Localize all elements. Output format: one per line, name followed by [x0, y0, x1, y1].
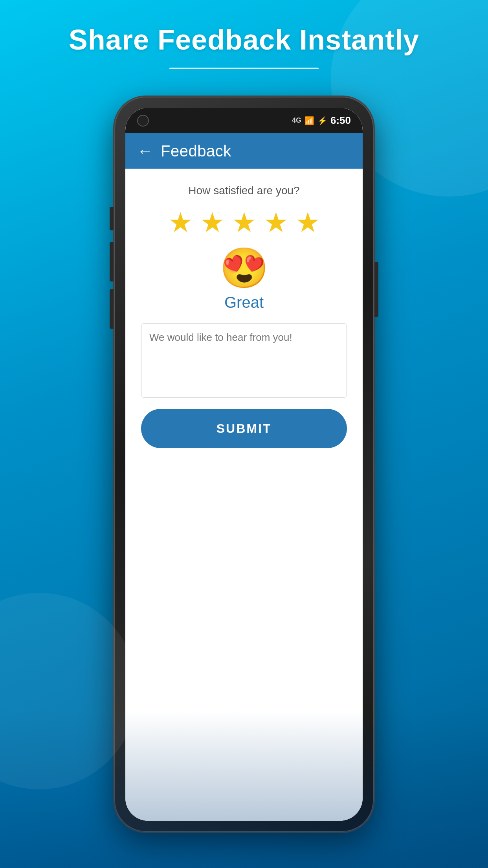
star-4[interactable]: ★: [264, 209, 288, 236]
rating-label: Great: [224, 294, 264, 311]
signal-icon: 📶: [305, 116, 314, 125]
page-header: Share Feedback Instantly: [0, 0, 488, 85]
app-bar-title: Feedback: [161, 142, 231, 160]
star-3[interactable]: ★: [232, 209, 257, 236]
header-divider: [169, 68, 319, 69]
phone-notch: [209, 108, 279, 124]
front-camera-icon: [137, 115, 149, 127]
volume-up-button: [110, 242, 114, 281]
network-indicator: 4G: [292, 116, 301, 125]
status-left: [137, 115, 149, 127]
phone-screen: 4G 📶 ⚡ 6:50 ← Feedback How satisfied are…: [125, 108, 363, 821]
clock: 6:50: [330, 114, 351, 127]
phone-outer: 4G 📶 ⚡ 6:50 ← Feedback How satisfied are…: [114, 97, 374, 832]
status-right: 4G 📶 ⚡ 6:50: [292, 114, 351, 127]
page-title: Share Feedback Instantly: [69, 24, 419, 56]
battery-icon: ⚡: [317, 116, 327, 125]
volume-mute-button: [110, 207, 114, 230]
star-5[interactable]: ★: [295, 209, 320, 236]
satisfaction-question: How satisfied are you?: [188, 184, 299, 197]
star-1[interactable]: ★: [168, 209, 193, 236]
star-2[interactable]: ★: [200, 209, 225, 236]
screen-content: How satisfied are you? ★ ★ ★ ★ ★ 😍 Great…: [125, 169, 363, 511]
feedback-textarea[interactable]: [141, 323, 347, 398]
volume-down-button: [110, 289, 114, 329]
power-button: [374, 262, 378, 317]
stars-row: ★ ★ ★ ★ ★: [168, 209, 320, 236]
screen-bottom: [125, 511, 363, 821]
back-button[interactable]: ←: [137, 143, 153, 159]
submit-button[interactable]: SUBMIT: [141, 409, 347, 448]
phone-frame: 4G 📶 ⚡ 6:50 ← Feedback How satisfied are…: [114, 97, 374, 832]
app-bar: ← Feedback: [125, 133, 363, 169]
rating-emoji: 😍: [220, 248, 269, 287]
